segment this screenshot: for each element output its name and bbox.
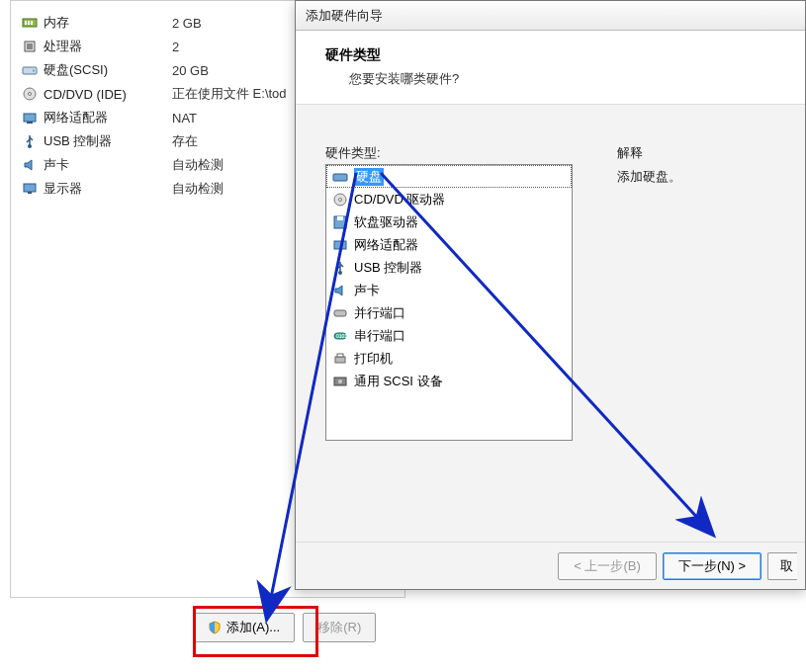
setting-value: 2: [172, 40, 179, 54]
hw-item-label: 并行端口: [354, 304, 405, 322]
hw-item-hdd[interactable]: 硬盘: [326, 165, 572, 188]
hw-item-printer[interactable]: 打印机: [326, 347, 572, 370]
setting-value: 自动检测: [172, 156, 224, 174]
hw-item-label: 通用 SCSI 设备: [354, 373, 443, 390]
setting-value: NAT: [172, 111, 197, 126]
svg-point-28: [338, 379, 342, 383]
display-icon: [21, 180, 39, 198]
add-hardware-wizard-dialog: 添加硬件向导 硬件类型 您要安装哪类硬件? 硬件类型: 硬盘 CD/DVD 驱动…: [295, 0, 806, 590]
network-icon: [21, 109, 39, 126]
cpu-icon: [21, 38, 39, 55]
explain-label: 解释: [617, 144, 681, 162]
setting-label: 显示器: [44, 180, 172, 198]
setting-value: 2 GB: [172, 16, 202, 31]
cd-icon: [21, 85, 39, 103]
svg-rect-11: [27, 122, 33, 124]
usb-icon: [21, 132, 39, 150]
hdd-icon: [332, 169, 348, 185]
hw-item-scsi[interactable]: 通用 SCSI 设备: [326, 370, 572, 392]
svg-rect-13: [24, 184, 36, 192]
hw-item-cddvd[interactable]: CD/DVD 驱动器: [326, 188, 572, 210]
parallel-icon: [332, 305, 348, 321]
hardware-types-listbox[interactable]: 硬盘 CD/DVD 驱动器 软盘驱动器 网络适配器 USB 控制器 声卡 并行端…: [325, 164, 573, 441]
svg-point-21: [338, 271, 342, 275]
wizard-cancel-button[interactable]: 取: [767, 552, 797, 580]
setting-value: 存在: [172, 132, 198, 150]
wizard-body: 硬件类型: 硬盘 CD/DVD 驱动器 软盘驱动器 网络适配器 USB 控制器 …: [296, 105, 805, 559]
hardware-types-label: 硬件类型:: [325, 144, 573, 162]
printer-icon: [332, 351, 348, 367]
hw-item-label: 硬盘: [354, 168, 384, 186]
hw-item-serial[interactable]: 0101串行端口: [326, 324, 572, 347]
hw-item-label: 网络适配器: [354, 236, 418, 254]
hw-item-label: 声卡: [354, 282, 380, 299]
wizard-titlebar[interactable]: 添加硬件向导: [296, 1, 805, 31]
wizard-next-button[interactable]: 下一步(N) >: [663, 552, 761, 580]
add-button-label: 添加(A)...: [226, 619, 280, 636]
cd-icon: [332, 192, 348, 208]
hw-item-label: 软盘驱动器: [354, 213, 418, 231]
hw-item-usb[interactable]: USB 控制器: [326, 256, 572, 279]
setting-label: 网络适配器: [44, 109, 172, 126]
hdd-icon: [21, 61, 39, 79]
svg-point-9: [29, 93, 32, 96]
setting-label: USB 控制器: [44, 132, 172, 150]
svg-point-7: [33, 70, 35, 72]
setting-label: CD/DVD (IDE): [44, 87, 172, 102]
network-icon: [332, 237, 348, 253]
scsi-icon: [332, 374, 348, 389]
shield-icon: [208, 621, 222, 634]
svg-rect-1: [25, 21, 27, 25]
serial-icon: 0101: [332, 328, 348, 344]
svg-rect-19: [337, 216, 343, 220]
hw-item-floppy[interactable]: 软盘驱动器: [326, 210, 572, 233]
sound-icon: [21, 156, 39, 174]
setting-label: 硬盘(SCSI): [44, 61, 172, 79]
svg-rect-22: [334, 310, 346, 316]
hardware-buttons: 添加(A)... 移除(R): [193, 613, 376, 642]
svg-rect-14: [28, 192, 32, 194]
wizard-header-title: 硬件类型: [325, 46, 775, 64]
hw-item-label: USB 控制器: [354, 259, 422, 277]
setting-value: 20 GB: [172, 63, 209, 78]
svg-rect-20: [334, 241, 346, 249]
hw-item-label: 串行端口: [354, 327, 405, 345]
hw-item-network[interactable]: 网络适配器: [326, 233, 572, 256]
hw-item-parallel[interactable]: 并行端口: [326, 301, 572, 324]
svg-rect-15: [333, 174, 347, 181]
add-hardware-button[interactable]: 添加(A)...: [193, 613, 295, 642]
sound-icon: [332, 283, 348, 298]
floppy-icon: [332, 214, 348, 230]
wizard-title: 添加硬件向导: [306, 8, 383, 23]
remove-hardware-button: 移除(R): [303, 613, 376, 642]
explain-text: 添加硬盘。: [617, 168, 681, 186]
setting-label: 声卡: [44, 156, 172, 174]
svg-rect-26: [337, 354, 343, 357]
hw-item-label: CD/DVD 驱动器: [354, 191, 445, 209]
svg-text:0101: 0101: [336, 333, 347, 339]
hw-item-label: 打印机: [354, 350, 393, 368]
wizard-footer: < 上一步(B) 下一步(N) > 取: [296, 542, 805, 589]
hw-item-sound[interactable]: 声卡: [326, 279, 572, 301]
usb-icon: [332, 260, 348, 276]
svg-point-17: [339, 198, 342, 201]
wizard-header-subtitle: 您要安装哪类硬件?: [349, 70, 775, 88]
svg-rect-10: [24, 114, 36, 122]
setting-value: 正在使用文件 E:\tod: [172, 85, 287, 103]
remove-button-label: 移除(R): [317, 619, 361, 636]
svg-point-12: [28, 144, 32, 148]
wizard-back-button: < 上一步(B): [558, 552, 657, 580]
svg-rect-5: [27, 43, 33, 49]
setting-label: 内存: [44, 14, 172, 32]
svg-rect-25: [335, 357, 345, 363]
wizard-header: 硬件类型 您要安装哪类硬件?: [296, 31, 805, 105]
svg-rect-2: [28, 21, 30, 25]
memory-icon: [21, 14, 39, 32]
svg-rect-3: [31, 21, 33, 25]
setting-value: 自动检测: [172, 180, 224, 198]
setting-label: 处理器: [44, 38, 172, 55]
